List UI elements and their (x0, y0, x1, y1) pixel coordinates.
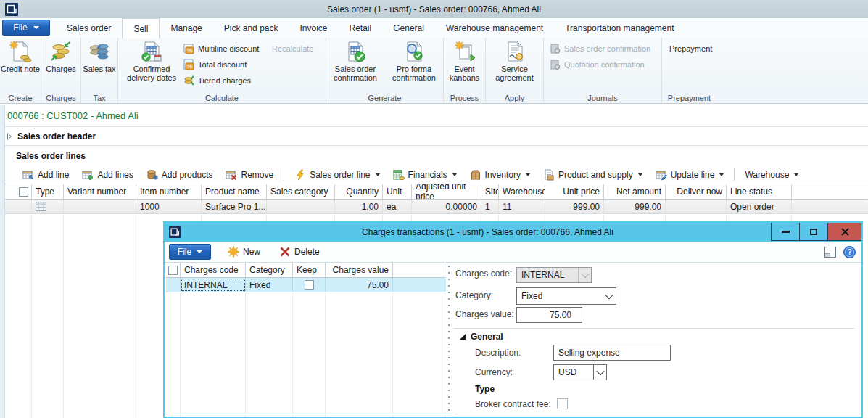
sales-order-line-menu[interactable]: Sales order line (288, 167, 386, 183)
chevron-down-icon (197, 250, 202, 253)
service-agreement-button[interactable]: Service agreement (489, 38, 540, 90)
charges-value-label: Charges value: (455, 309, 514, 319)
minimize-button[interactable] (771, 223, 799, 241)
line-type-cell (32, 200, 64, 213)
pro-forma-confirmation-button[interactable]: Pro forma confirmation (386, 38, 443, 90)
currency-combobox[interactable]: USD (553, 364, 607, 380)
credit-note-button[interactable]: Credit note (1, 38, 41, 90)
tab-manage[interactable]: Manage (160, 18, 212, 38)
ribbon-group-prepayment: Prepayment Prepayment (662, 38, 716, 103)
col-adjusted-unit-price[interactable]: Adjusted unit price (412, 184, 481, 199)
tab-warehouse-management[interactable]: Warehouse management (435, 18, 554, 38)
section-title-lines: Sales order lines (16, 146, 86, 165)
col-item-number[interactable]: Item number (136, 184, 202, 199)
prepayment-button[interactable]: Prepayment (669, 41, 716, 57)
tab-invoice[interactable]: Invoice (289, 18, 338, 38)
col-charges-code[interactable]: Charges code (181, 263, 246, 277)
splitter-handle[interactable] (446, 263, 451, 417)
description-input[interactable]: Selling expense (553, 345, 671, 361)
col-deliver-now[interactable]: Deliver now (666, 184, 727, 199)
help-icon[interactable]: ? (843, 246, 856, 258)
col-category[interactable]: Category (246, 263, 293, 277)
event-kanbans-button[interactable]: Event kanbans (445, 38, 485, 90)
general-section-header[interactable]: General (460, 332, 503, 342)
tab-pick-and-pack[interactable]: Pick and pack (213, 18, 289, 38)
product-and-supply-menu[interactable]: Product and supply (537, 167, 649, 183)
sales-order-confirmation-button[interactable]: Sales order confirmation (327, 38, 384, 90)
close-button[interactable] (827, 223, 861, 241)
tiered-charges-button[interactable]: Tiered charges (183, 73, 272, 89)
delete-button[interactable]: Delete (273, 244, 326, 260)
panel-bottom-divider (454, 414, 859, 414)
select-all-checkbox[interactable] (166, 263, 181, 277)
broker-contract-fee-checkbox[interactable] (557, 398, 568, 409)
tab-sales-order[interactable]: Sales order (56, 18, 122, 38)
charges-code-cell[interactable]: INTERNAL (181, 278, 246, 292)
col-site[interactable]: Site (481, 184, 499, 199)
file-menu-button[interactable]: File (2, 20, 50, 36)
col-line-status[interactable]: Line status (727, 184, 792, 199)
tab-transportation-management[interactable]: Transportation management (554, 18, 685, 38)
charges-row[interactable]: INTERNAL Fixed 75.00 (166, 278, 446, 292)
section-sales-order-header[interactable]: Sales order header (0, 128, 868, 146)
confirmed-delivery-dates-button[interactable]: Confirmed delivery dates (118, 38, 183, 90)
keep-cell[interactable] (293, 278, 326, 292)
tiered-charges-icon (183, 75, 195, 86)
add-products-button[interactable]: Add products (140, 167, 220, 183)
col-variant-number[interactable]: Variant number (64, 184, 136, 199)
total-discount-button[interactable]: % Total discount (183, 57, 272, 73)
multiline-discount-button[interactable]: % Multiline discount (183, 41, 272, 57)
col-product-name[interactable]: Product name (202, 184, 267, 199)
col-net-amount[interactable]: Net amount (604, 184, 666, 199)
chevron-down-icon (719, 173, 724, 176)
chevron-down-icon (33, 26, 39, 29)
ribbon-group-calculate: Confirmed delivery dates % Multiline dis… (118, 38, 326, 103)
tab-retail[interactable]: Retail (339, 18, 383, 38)
dialog-titlebar[interactable]: Charges transactions (1 - usmf) - Sales … (165, 223, 861, 242)
grid-view-icon[interactable] (824, 247, 836, 258)
svg-text:%: % (187, 63, 192, 70)
charges-value-input[interactable]: 75.00 (516, 307, 582, 323)
charges-value-cell[interactable]: 75.00 (326, 278, 393, 292)
confirmed-delivery-dates-icon (140, 40, 163, 63)
tab-sell[interactable]: Sell (122, 18, 160, 38)
col-unit[interactable]: Unit (383, 184, 412, 199)
financials-menu[interactable]: Financials (387, 167, 463, 183)
col-quantity[interactable]: Quantity (335, 184, 383, 199)
expand-arrow-icon[interactable] (6, 133, 13, 140)
category-combobox[interactable]: Fixed (516, 287, 616, 305)
maximize-icon (810, 229, 817, 235)
warehouse-menu[interactable]: Warehouse (738, 167, 805, 183)
recalculate-button: Recalculate (272, 41, 324, 57)
select-all-checkbox[interactable] (16, 184, 32, 199)
ribbon-tabbar: File Sales order Sell Manage Pick and pa… (0, 18, 868, 38)
charges-button[interactable]: Charges (42, 38, 80, 90)
inventory-menu[interactable]: Inventory (463, 167, 537, 183)
col-warehouse[interactable]: Warehouse (499, 184, 545, 199)
add-line-icon (22, 169, 34, 181)
new-button[interactable]: New (221, 244, 267, 260)
col-sales-category[interactable]: Sales category (267, 184, 335, 199)
keep-checkbox[interactable] (305, 280, 314, 290)
dialog-file-menu-button[interactable]: File (169, 244, 211, 260)
col-type[interactable]: Type (32, 184, 64, 199)
update-line-menu[interactable]: Update line (649, 167, 731, 183)
add-lines-button[interactable]: Add lines (75, 167, 139, 183)
sales-tax-button[interactable]: Sales tax (82, 38, 117, 90)
category-cell[interactable]: Fixed (246, 278, 293, 292)
group-label-process: Process (444, 94, 485, 102)
add-line-button[interactable]: Add line (16, 167, 75, 183)
col-charges-value[interactable]: Charges value (326, 263, 393, 277)
maximize-button[interactable] (799, 223, 827, 241)
col-unit-price[interactable]: Unit price (545, 184, 604, 199)
section-divider (454, 328, 854, 329)
general-heading: General (471, 332, 503, 342)
remove-line-button[interactable]: Remove (219, 167, 280, 183)
dialog-body: Charges code Category Keep Charges value… (165, 263, 861, 417)
tab-general[interactable]: General (382, 18, 435, 38)
col-keep[interactable]: Keep (293, 263, 326, 277)
charges-code-combobox[interactable]: INTERNAL (516, 267, 592, 283)
line-sales-category-cell (267, 200, 335, 213)
sales-line-row[interactable]: 1000 Surface Pro 1... 1.00 ea 0.00000 1 … (0, 200, 868, 214)
ribbon-group-apply: Service agreement Apply (486, 38, 544, 103)
